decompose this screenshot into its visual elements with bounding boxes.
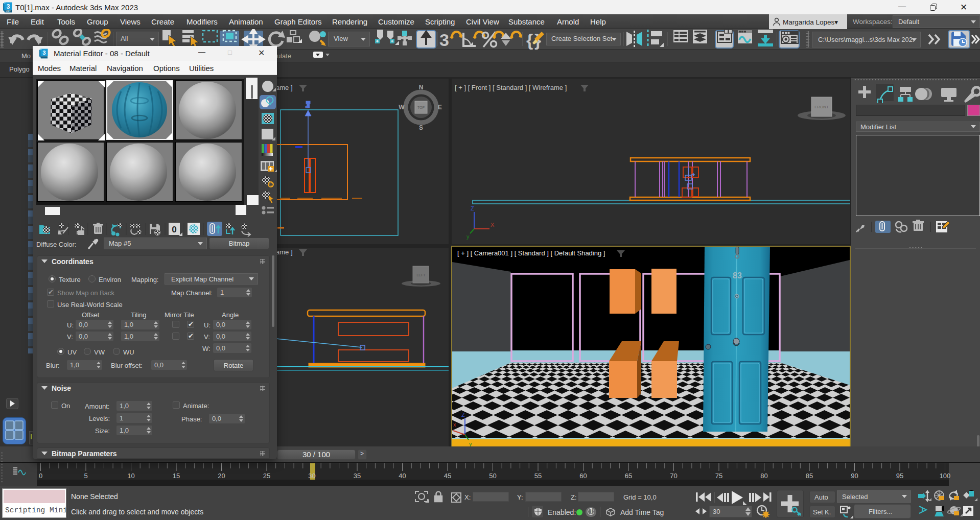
svg-text:30: 30 (308, 472, 315, 480)
svg-text:E: E (438, 104, 442, 111)
svg-text:25: 25 (263, 472, 270, 480)
svg-text:{: { (526, 30, 533, 50)
svg-text:83: 83 (733, 271, 742, 280)
svg-text:ame ]: ame ] (276, 248, 294, 256)
svg-text:0: 0 (172, 225, 176, 234)
svg-text:y: y (466, 233, 470, 240)
svg-text:MAX: MAX (6, 10, 11, 13)
svg-text:75: 75 (715, 472, 722, 480)
svg-text:20: 20 (218, 472, 225, 480)
svg-text:50: 50 (489, 472, 496, 480)
svg-text:[ + ] [ Front ] [ Standard ] [: [ + ] [ Front ] [ Standard ] [ Wireframe… (455, 84, 567, 91)
svg-text:Z: Z (461, 412, 465, 418)
svg-text:3: 3 (42, 50, 45, 56)
svg-text:40: 40 (399, 472, 406, 480)
svg-text:5: 5 (84, 472, 87, 480)
svg-text:95: 95 (896, 472, 903, 480)
svg-text:45: 45 (444, 472, 451, 480)
svg-text:60: 60 (579, 472, 587, 480)
svg-text:65: 65 (625, 472, 632, 480)
svg-text:70: 70 (670, 472, 677, 480)
svg-text:35: 35 (354, 472, 361, 480)
svg-text:X: X (491, 222, 495, 228)
svg-text:N: N (419, 84, 424, 91)
svg-text:S: S (419, 124, 423, 131)
svg-text:100: 100 (940, 472, 951, 480)
svg-text:FRONT: FRONT (814, 105, 829, 109)
svg-text:85: 85 (806, 472, 813, 480)
svg-text:55: 55 (534, 472, 542, 480)
svg-text:15: 15 (173, 472, 180, 480)
svg-text:Z: Z (471, 205, 474, 211)
svg-text:[ + ] [ Camera001 ] [ Standar: [ + ] [ Camera001 ] [ Standard ] [ Defau… (457, 249, 605, 257)
svg-text:0: 0 (39, 472, 42, 480)
svg-text:10: 10 (127, 472, 134, 480)
svg-text:LEFT: LEFT (416, 273, 426, 277)
svg-text:ame ]: ame ] (276, 84, 294, 91)
svg-text:TOP: TOP (417, 106, 425, 109)
svg-text:90: 90 (851, 472, 858, 480)
svg-text:x: x (453, 421, 456, 428)
svg-text:W: W (399, 104, 405, 111)
svg-text:3: 3 (7, 3, 10, 10)
svg-text:3: 3 (439, 30, 449, 50)
svg-text:80: 80 (760, 472, 767, 480)
